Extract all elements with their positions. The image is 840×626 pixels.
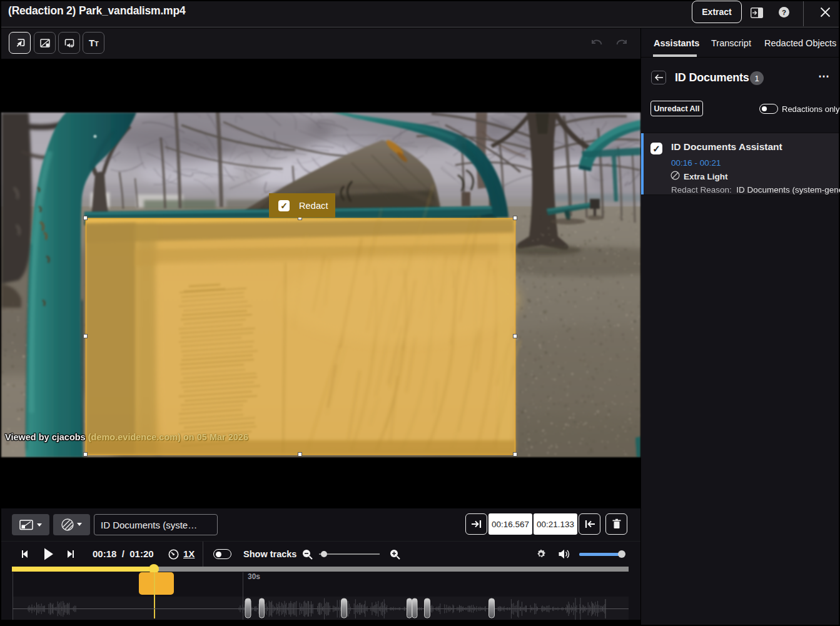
- svg-text:T: T: [89, 38, 94, 48]
- svg-text:?: ?: [782, 9, 786, 16]
- svg-text:T: T: [94, 40, 99, 48]
